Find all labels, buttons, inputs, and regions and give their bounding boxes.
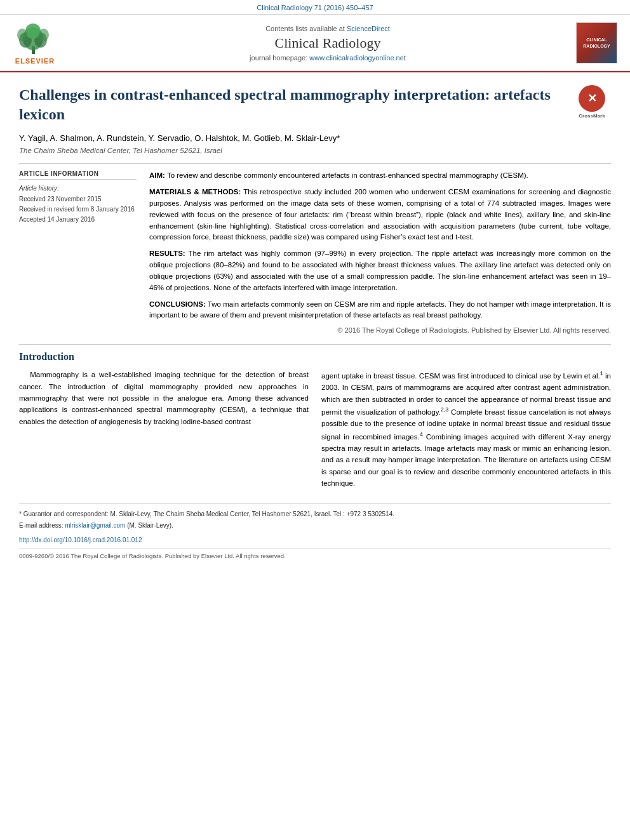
citation-text: Clinical Radiology 71 (2016) 450–457 [257, 4, 373, 11]
sciencedirect-link[interactable]: ScienceDirect [347, 25, 390, 32]
citation-bar: Clinical Radiology 71 (2016) 450–457 [0, 0, 630, 15]
abstract-mm: MATERIALS & METHODS: This retrospective … [149, 187, 611, 243]
accepted: Accepted 14 January 2016 [19, 215, 137, 225]
article-history-label: Article history: [19, 185, 137, 192]
received-revised: Received in revised form 8 January 2016 [19, 204, 137, 215]
results-label: RESULTS: [149, 250, 185, 257]
email-footnote: E-mail address: mlrisklair@gmail.com (M.… [19, 521, 611, 530]
section-divider [19, 344, 611, 345]
crossmark-label: CrossMark [579, 113, 605, 119]
article-content: Challenges in contrast-enhanced spectral… [0, 72, 630, 572]
elsevier-tree-icon [13, 21, 57, 56]
footer-bar: 0009-9260/© 2016 The Royal College of Ra… [19, 549, 611, 559]
journal-logo-area: CLINICAL RADIOLOGY [566, 22, 617, 63]
intro-col1-p1: Mammography is a well-established imagin… [19, 369, 309, 427]
abstract-conclusions: CONCLUSIONS: Two main artefacts commonly… [149, 299, 611, 322]
journal-logo-box: CLINICAL RADIOLOGY [576, 22, 617, 63]
intro-col-left: Mammography is a well-established imagin… [19, 369, 309, 494]
conclusions-label: CONCLUSIONS: [149, 300, 206, 308]
aim-text: To review and describe commonly encounte… [167, 171, 528, 179]
abstract-aim: AIM: To review and describe commonly enc… [149, 170, 611, 182]
ref-4: 4 [420, 431, 423, 437]
conclusions-text: Two main artefacts commonly seen on CESM… [149, 300, 611, 319]
elsevier-logo-area: ELSEVIER [13, 21, 89, 65]
journal-homepage-link[interactable]: www.clinicalradiologyonline.net [309, 54, 406, 62]
journal-homepage: journal homepage: www.clinicalradiologyo… [89, 54, 566, 62]
journal-header: ELSEVIER Contents lists available at Sci… [0, 15, 630, 72]
email-label: E-mail address: [19, 522, 63, 529]
article-info-col: ARTICLE INFORMATION Article history: Rec… [19, 170, 137, 334]
footnote-section: * Guarantor and correspondent: M. Sklair… [19, 503, 611, 530]
doi-link[interactable]: http://dx.doi.org/10.1016/j.crad.2016.01… [19, 537, 611, 543]
article-title-text: Challenges in contrast-enhanced spectral… [19, 86, 551, 123]
journal-header-center: Contents lists available at ScienceDirec… [89, 25, 566, 62]
copyright: © 2016 The Royal College of Radiologists… [149, 326, 611, 334]
email-address[interactable]: mlrisklair@gmail.com [65, 522, 125, 529]
abstract-results: RESULTS: The rim artefact was highly com… [149, 248, 611, 293]
received-1: Received 23 November 2015 [19, 194, 137, 204]
crossmark-icon: ✕ [579, 85, 605, 112]
article-info-title: ARTICLE INFORMATION [19, 170, 137, 180]
guarantor-footnote: * Guarantor and correspondent: M. Sklair… [19, 509, 611, 519]
mm-label: MATERIALS & METHODS: [149, 188, 241, 196]
svg-point-6 [39, 29, 49, 41]
crossmark-badge: ✕ CrossMark [573, 85, 611, 120]
intro-col2-p1: agent uptake in breast tissue. CESM was … [321, 369, 611, 489]
svg-point-5 [17, 29, 27, 41]
svg-point-4 [25, 23, 41, 39]
aim-label: AIM: [149, 171, 165, 179]
mm-text: This retrospective study included 200 wo… [149, 188, 611, 241]
abstract-col: AIM: To review and describe commonly enc… [149, 170, 611, 334]
elsevier-logo: ELSEVIER [13, 21, 57, 65]
email-person: (M. Sklair-Levy). [127, 522, 173, 529]
journal-title-main: Clinical Radiology [89, 35, 566, 51]
ref-23: 2,3 [441, 406, 449, 413]
intro-col-right: agent uptake in breast tissue. CESM was … [321, 369, 611, 494]
article-title-container: Challenges in contrast-enhanced spectral… [19, 85, 611, 124]
authors-text: Y. Yagil, A. Shalmon, A. Rundstein, Y. S… [19, 133, 340, 143]
footer-area: http://dx.doi.org/10.1016/j.crad.2016.01… [19, 537, 611, 559]
affiliation: The Chaim Sheba Medical Center, Tel Hash… [19, 147, 611, 154]
introduction-body: Mammography is a well-established imagin… [19, 369, 611, 494]
abstract-section: ARTICLE INFORMATION Article history: Rec… [19, 170, 611, 334]
sciencedirect-line: Contents lists available at ScienceDirec… [89, 25, 566, 32]
authors: Y. Yagil, A. Shalmon, A. Rundstein, Y. S… [19, 133, 611, 143]
introduction-title: Introduction [19, 351, 611, 363]
divider-1 [19, 163, 611, 164]
results-text: The rim artefact was highly common (97–9… [149, 250, 611, 291]
elsevier-text: ELSEVIER [15, 57, 55, 65]
